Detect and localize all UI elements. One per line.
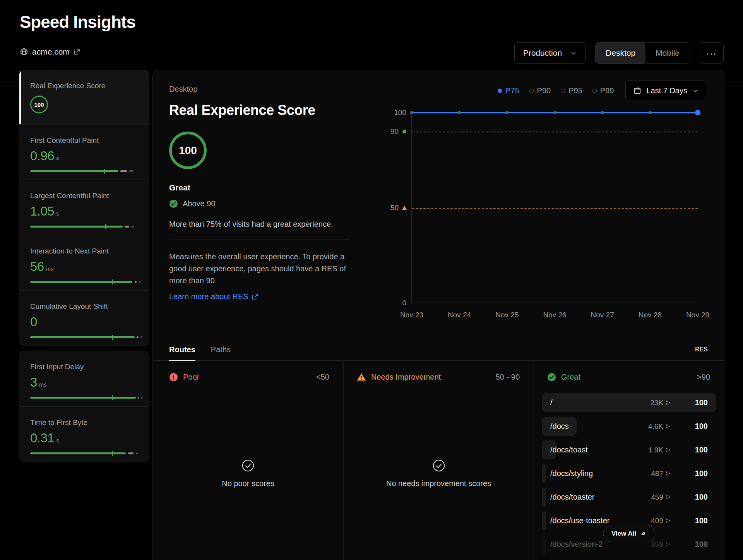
domain-row[interactable]: acme.com — [20, 47, 80, 57]
reference-line-50 — [412, 208, 698, 209]
bar-end-segment — [129, 170, 134, 172]
route-score: 100 — [685, 398, 708, 407]
tab-paths[interactable]: Paths — [211, 339, 231, 360]
sidebar-item-cumulative-layout-shift[interactable]: Cumulative Layout Shift0 — [19, 290, 149, 346]
sidebar-item-first-input-delay[interactable]: First Input Delay3ms — [19, 351, 149, 406]
data-point — [458, 111, 461, 114]
bar-value-tick — [112, 335, 113, 340]
tab-routes[interactable]: Routes — [169, 339, 195, 360]
y-marker-triangle-icon — [402, 206, 407, 210]
column-range: <50 — [316, 373, 329, 382]
metric-number: 0 — [30, 315, 37, 329]
device-toggle: Desktop Mobile — [595, 42, 690, 64]
metric-number: 1.05 — [30, 204, 54, 219]
column-range: >90 — [697, 373, 710, 382]
device-desktop-button[interactable]: Desktop — [596, 43, 645, 63]
metric-value: 3ms — [30, 375, 138, 390]
bar-good-segment — [30, 226, 123, 228]
route-row[interactable]: /docs/toast1.9K100 — [542, 440, 716, 459]
route-name: /docs/use-toaster — [550, 516, 609, 525]
x-axis-label: Nov 29 — [686, 311, 709, 319]
bar-value-tick — [112, 279, 113, 284]
route-count: 1.9K — [648, 446, 663, 454]
route-name: / — [550, 398, 553, 407]
route-row[interactable]: /docs/styling487100 — [542, 464, 716, 483]
legend-p75[interactable]: P75 — [498, 86, 519, 95]
sidebar-item-time-to-first-byte[interactable]: Time to First Byte0.31s — [19, 406, 149, 462]
legend-p95[interactable]: P95 — [561, 86, 582, 95]
route-row[interactable]: /23K100 — [542, 393, 716, 412]
bar-end-segment — [139, 281, 140, 283]
data-point — [649, 111, 652, 114]
route-data-bar — [542, 464, 546, 483]
poor-empty-state: No poor scores — [153, 459, 343, 488]
samples-dots-icon — [666, 495, 671, 500]
metric-threshold-bar — [30, 397, 139, 399]
route-count: 459 — [651, 493, 663, 502]
column-range: 50 - 90 — [496, 373, 520, 382]
y-marker-circle-icon — [402, 130, 406, 134]
metrics-sidebar: Real Experience Score 100 First Contentf… — [19, 70, 149, 462]
panel-heading: Real Experience Score — [169, 102, 363, 118]
route-count: 487 — [651, 469, 663, 478]
metric-number: 0.96 — [30, 149, 54, 163]
domain-link[interactable]: acme.com — [32, 47, 70, 57]
metric-threshold-bar — [30, 170, 139, 172]
top-controls: Production Desktop Mobile ... — [514, 42, 724, 64]
reference-line-90 — [412, 132, 698, 132]
legend-p99[interactable]: P99 — [592, 86, 614, 95]
samples-dots-icon — [666, 471, 671, 476]
environment-label: Production — [523, 48, 562, 58]
sidebar-item-real-experience-score[interactable]: Real Experience Score 100 — [19, 70, 149, 124]
route-name: /docs/toast — [550, 445, 588, 454]
metric-title: Cumulative Layout Shift — [30, 302, 138, 311]
y-axis-label: 0 — [402, 299, 406, 307]
sidebar-item-largest-contentful-paint[interactable]: Largest Contentful Paint1.05s — [19, 180, 149, 235]
check-circle-outline-icon — [432, 459, 445, 472]
view-all-button[interactable]: View All — [603, 525, 655, 542]
x-axis-label: Nov 24 — [448, 311, 471, 319]
tabs-row: Routes Paths RES — [153, 339, 724, 361]
route-row[interactable]: /docs4.6K100 — [542, 417, 716, 436]
bar-end-segment — [136, 452, 138, 454]
learn-more-link[interactable]: Learn more about RES — [169, 292, 259, 301]
samples-dots-icon — [666, 424, 671, 429]
route-name: /docs/version-2 — [550, 540, 603, 549]
route-data-bar — [542, 511, 546, 530]
bar-value-tick — [104, 169, 105, 174]
chevron-down-icon — [570, 50, 577, 56]
alert-circle-icon — [169, 373, 178, 382]
column-needs-improvement-header: Needs Improvement 50 - 90 — [344, 361, 534, 393]
metric-unit: s — [56, 210, 59, 217]
metric-unit: ms — [46, 265, 54, 272]
metric-value: 0 — [30, 315, 138, 329]
data-point — [553, 111, 556, 114]
data-point — [505, 111, 508, 114]
x-axis-label: Nov 27 — [591, 311, 614, 319]
sidebar-item-first-contentful-paint[interactable]: First Contentful Paint0.96s — [19, 124, 149, 180]
sidebar-item-interaction-to-next-paint[interactable]: Interaction to Next Paint56ms — [19, 235, 149, 290]
legend-dot-hollow-icon — [592, 89, 597, 93]
route-row[interactable]: /docs/toaster459100 — [542, 488, 716, 507]
bar-end-segment — [131, 226, 134, 228]
check-circle-icon — [169, 199, 178, 208]
legend-label: P90 — [537, 86, 551, 95]
summary-text: More than 75% of visits had a great expe… — [169, 220, 363, 229]
legend-p90[interactable]: P90 — [529, 86, 551, 95]
bar-value-tick — [105, 224, 106, 229]
learn-more-label: Learn more about RES — [169, 292, 248, 301]
more-button[interactable]: ... — [700, 42, 724, 64]
legend-dot-hollow-icon — [561, 89, 565, 93]
check-circle-icon — [547, 373, 556, 382]
metric-unit: s — [56, 437, 59, 444]
environment-select[interactable]: Production — [514, 42, 585, 64]
warning-triangle-icon — [357, 372, 366, 382]
date-range-select[interactable]: Last 7 Days — [625, 80, 706, 101]
chart-legend: P75P90P95P99 — [498, 86, 614, 95]
metric-title: Interaction to Next Paint — [30, 247, 138, 255]
metric-title: Real Experience Score — [30, 82, 138, 90]
device-mobile-button[interactable]: Mobile — [645, 43, 690, 63]
bar-mid-segment — [128, 452, 134, 454]
metric-value: 0.31s — [30, 431, 138, 445]
page-title: Speed Insights — [20, 12, 135, 32]
